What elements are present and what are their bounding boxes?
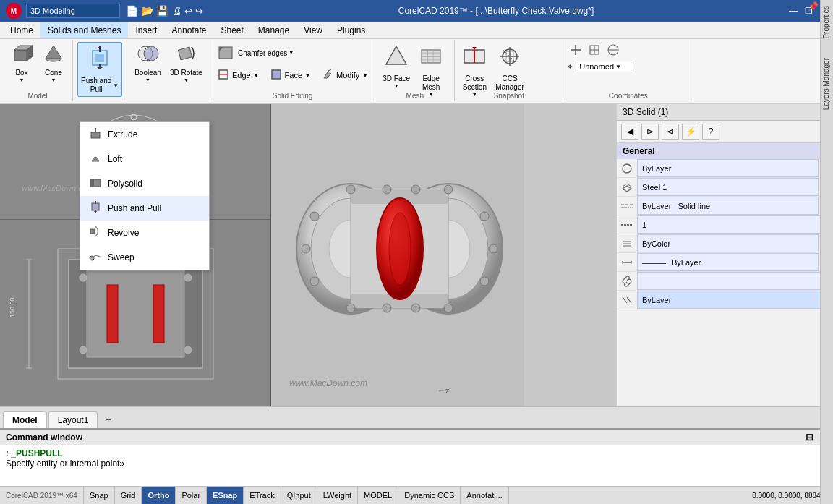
center-viewport[interactable]: ←z www.MacDown.com: [271, 104, 616, 406]
side-tab-properties[interactable]: Properties: [821, 0, 833, 45]
svg-point-66: [80, 274, 87, 281]
unnamed-label: Unnamed: [579, 62, 614, 71]
hyperlink-value[interactable]: [637, 272, 833, 290]
face-arrow: ▼: [305, 73, 310, 78]
props-select-btn[interactable]: ⊳: [641, 124, 659, 140]
menu-solids-meshes[interactable]: Solids and Meshes: [40, 22, 128, 38]
coord-icon-btn-1[interactable]: [568, 42, 584, 58]
coord-icon-btn-3[interactable]: [605, 42, 621, 58]
status-grid[interactable]: Grid: [115, 487, 142, 504]
ribbon-btn-chamfer[interactable]: Chamfer edges ▼: [215, 42, 296, 64]
ribbon-btn-3d-face[interactable]: 3D Face ▼: [380, 42, 413, 92]
linetype-label: ByLayer Solid line: [642, 202, 710, 210]
undo-icon[interactable]: ↩: [184, 6, 192, 17]
linetype-value[interactable]: ByLayer Solid line: [637, 197, 819, 215]
props-back-btn[interactable]: ◀: [621, 124, 638, 140]
ribbon-btn-ccs-manager[interactable]: CCSManager: [492, 42, 526, 94]
ribbon-btn-3d-rotate[interactable]: 3D Rotate ▼: [167, 42, 205, 86]
command-line-1: : _PUSHPULL: [6, 448, 827, 458]
svg-point-8: [144, 46, 158, 61]
menu-plugins[interactable]: Plugins: [330, 22, 372, 38]
status-dynamic-ccs[interactable]: Dynamic CCS: [398, 487, 461, 504]
coord-icon-1: [569, 43, 582, 56]
add-tab-button[interactable]: +: [99, 411, 116, 428]
linescale-value[interactable]: ——— ByLayer: [637, 253, 819, 271]
svg-point-98: [411, 185, 420, 194]
push-pull-dropdown-arrow[interactable]: ▼: [113, 82, 119, 89]
svg-point-85: [389, 213, 411, 285]
layer-label: Steel 1: [642, 183, 667, 192]
ribbon-btn-boolean[interactable]: Boolean ▼: [132, 42, 164, 86]
svg-point-68: [184, 274, 192, 281]
props-help-btn[interactable]: ?: [702, 124, 719, 140]
side-tab-layers[interactable]: Layers Manager: [821, 52, 833, 116]
color-value[interactable]: ByLayer: [637, 159, 819, 177]
status-qinput[interactable]: QInput: [281, 487, 317, 504]
menu-annotate[interactable]: Annotate: [164, 22, 213, 38]
plotstyle-value[interactable]: ByColor: [637, 234, 819, 252]
props-filter-btn[interactable]: ⊲: [662, 124, 679, 140]
menu-sheet[interactable]: Sheet: [213, 22, 250, 38]
cmd-minimize-btn[interactable]: ⊟: [806, 432, 813, 443]
minimize-button[interactable]: —: [789, 6, 798, 16]
mode-dropdown[interactable]: 3D Modeling: [26, 4, 120, 18]
coord-icon-btn-2[interactable]: [586, 42, 602, 58]
menu-item-revolve[interactable]: Revolve: [80, 221, 209, 245]
color-label: ByLayer: [642, 164, 671, 173]
status-etrack[interactable]: ETrack: [244, 487, 281, 504]
open-icon[interactable]: 📂: [141, 5, 153, 17]
ribbon-btn-edge[interactable]: Edge ▼: [215, 67, 262, 83]
save-icon[interactable]: 💾: [156, 5, 168, 17]
linescale-icon: [617, 257, 637, 268]
props-row-color: ByLayer ▼: [617, 159, 833, 178]
svg-point-89: [310, 277, 319, 286]
plotstyle-label: ByColor: [642, 239, 670, 248]
status-model[interactable]: MODEL: [358, 487, 398, 504]
ribbon-btn-face[interactable]: Face ▼: [268, 67, 313, 83]
menu-item-loft[interactable]: Loft: [80, 147, 209, 171]
menu-insert[interactable]: Insert: [128, 22, 164, 38]
status-snap[interactable]: Snap: [84, 487, 115, 504]
new-icon[interactable]: 📄: [126, 5, 138, 17]
props-lightning-btn[interactable]: ⚡: [682, 124, 699, 140]
print-icon[interactable]: 🖨: [171, 5, 181, 17]
push-pull-dropdown-menu: Extrude Loft Polysolid Pus: [80, 121, 210, 270]
menu-item-push-pull[interactable]: Push and Pull: [80, 196, 209, 221]
ribbon-btn-modify[interactable]: Modify ▼: [319, 67, 370, 83]
unnamed-arrow[interactable]: ▼: [615, 64, 621, 70]
modify-arrow: ▼: [362, 73, 367, 78]
layer-icon: [617, 181, 637, 193]
properties-title: 3D Solid (1): [623, 107, 668, 117]
menu-item-polysolid[interactable]: Polysolid: [80, 171, 209, 196]
redo-icon[interactable]: ↪: [195, 6, 203, 17]
status-ortho[interactable]: Ortho: [142, 487, 176, 504]
menu-view[interactable]: View: [296, 22, 330, 38]
3d-rotate-icon: [175, 44, 197, 67]
extrude-label: Extrude: [108, 129, 137, 140]
ribbon-btn-box[interactable]: Box ▼: [7, 42, 36, 86]
tab-layout1[interactable]: Layout1: [48, 411, 98, 428]
general-section-label: General: [623, 146, 655, 156]
menu-manage[interactable]: Manage: [251, 22, 296, 38]
status-polar[interactable]: Polar: [176, 487, 207, 504]
lineweight-value[interactable]: 1: [637, 215, 833, 234]
props-general-section[interactable]: General ▲: [617, 143, 833, 159]
menu-item-extrude[interactable]: Extrude: [80, 122, 209, 147]
svg-marker-4: [46, 46, 61, 59]
material-value[interactable]: ByLayer: [637, 291, 833, 309]
lineweight-label: 1: [642, 221, 646, 229]
status-esnap[interactable]: ESnap: [207, 487, 244, 504]
menu-item-sweep[interactable]: Sweep: [80, 245, 209, 270]
bottom-tab-bar: Model Layout1 +: [0, 406, 833, 428]
modify-label: Modify: [336, 71, 359, 80]
layer-value[interactable]: Steel 1: [637, 178, 819, 196]
tab-model[interactable]: Model: [3, 411, 47, 428]
status-annotation[interactable]: Annotati...: [461, 487, 509, 504]
menu-home[interactable]: Home: [3, 22, 40, 38]
push-pull-button[interactable]: Push andPull ▼: [77, 42, 122, 97]
cone-arrow: ▼: [51, 77, 56, 83]
ribbon-btn-cone[interactable]: Cone ▼: [39, 42, 68, 86]
status-lweight[interactable]: LWeight: [317, 487, 358, 504]
svg-point-94: [444, 304, 453, 312]
pin-icon[interactable]: 📌: [806, 0, 820, 13]
